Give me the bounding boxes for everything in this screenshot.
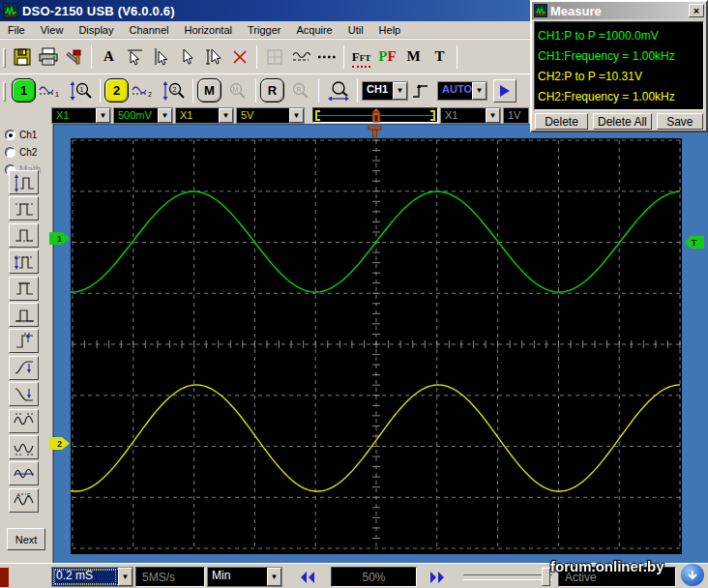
delete-cursor-button[interactable] <box>226 44 252 70</box>
ch2-enable-button[interactable]: 2 <box>104 78 129 103</box>
menu-item-display[interactable]: Display <box>71 22 121 38</box>
measure-btn-frequency[interactable]: AF <box>9 488 39 513</box>
trigger-source-select[interactable]: CH1 ▼ <box>362 81 408 101</box>
math-zoom-button[interactable]: M <box>221 77 251 103</box>
separator <box>100 79 101 103</box>
menu-item-file[interactable]: File <box>0 22 33 38</box>
trigger-mode-value: AUTO <box>438 82 472 100</box>
menu-item-acquire[interactable]: Acquire <box>288 22 339 38</box>
ch1-vzoom-icon: 1 <box>69 81 94 101</box>
cursor-horizontal-button[interactable] <box>122 44 148 70</box>
chevron-down-icon[interactable]: ▼ <box>472 82 487 100</box>
text-tool-button[interactable]: T <box>427 44 453 70</box>
dotted-line-button[interactable] <box>313 44 339 70</box>
separator <box>192 79 193 103</box>
ch2-probe-select[interactable]: X1 ▼ <box>175 107 234 124</box>
menu-item-trigger[interactable]: Trigger <box>240 22 288 38</box>
scroll-left-button[interactable] <box>286 567 329 587</box>
menu-item-view[interactable]: View <box>33 22 72 38</box>
measure-btn-vtop[interactable] <box>9 277 39 301</box>
menu-item-util[interactable]: Util <box>340 22 371 38</box>
grid-button[interactable] <box>261 44 287 70</box>
save-measure-button[interactable]: Save <box>657 113 703 130</box>
chevron-down-icon[interactable]: ▼ <box>96 108 110 123</box>
ch1-probe-select[interactable]: X1 ▼ <box>51 107 111 124</box>
frequency-icon: AF <box>13 489 36 511</box>
math-tool-button[interactable]: M <box>400 44 427 70</box>
trigger-position-marker[interactable] <box>368 126 382 137</box>
trigger-level-label: T <box>692 238 697 248</box>
next-button[interactable]: Next <box>7 528 45 550</box>
math-probe-select[interactable]: X1 ▼ <box>440 107 501 124</box>
ch1-vertical-zoom-button[interactable]: 1 <box>66 77 96 103</box>
ch1-enable-button[interactable]: 1 <box>12 78 36 103</box>
measure-close-button[interactable]: × <box>689 4 704 17</box>
scroll-right-button[interactable] <box>419 567 456 587</box>
chevron-down-icon[interactable]: ▼ <box>158 108 172 123</box>
chevron-down-icon[interactable]: ▼ <box>289 108 304 123</box>
measure-btn-vamp[interactable] <box>9 250 39 274</box>
trigger-mode-select[interactable]: AUTO ▼ <box>437 81 487 101</box>
menu-item-help[interactable]: Help <box>371 22 409 38</box>
math-enable-button[interactable]: M <box>197 78 221 103</box>
delete-all-button[interactable]: Delete All <box>593 113 652 130</box>
chevron-down-icon[interactable]: ▼ <box>393 82 407 100</box>
measure-reading: CH2:Frequency = 1.00kHz <box>538 87 700 107</box>
pf-f-label: F <box>388 48 397 65</box>
ch1-wave-button[interactable]: 1 <box>36 77 66 103</box>
menu-item-horizontal[interactable]: Horizontal <box>176 22 240 38</box>
trigger-position-slider[interactable] <box>312 107 438 123</box>
annotate-button[interactable]: A <box>96 44 122 70</box>
toolbar-grip[interactable] <box>3 82 6 102</box>
acquire-mode-select[interactable]: Min ▼ <box>207 567 282 587</box>
ch2-volts-select[interactable]: 5V ▼ <box>236 107 305 124</box>
menu-item-channel[interactable]: Channel <box>121 22 176 38</box>
chevron-down-icon[interactable]: ▼ <box>486 108 500 123</box>
waveform-display-button[interactable] <box>287 44 313 70</box>
right-bracket-icon <box>430 110 435 121</box>
setup-button[interactable] <box>61 44 87 70</box>
measure-btn-vbase[interactable] <box>9 303 39 327</box>
measure-btn-vmax[interactable] <box>9 196 39 220</box>
channel-radio-ch2[interactable]: Ch2 <box>5 145 52 159</box>
toolbar-grip[interactable] <box>3 48 6 68</box>
h-scroll-slider[interactable] <box>461 567 554 587</box>
measure-btn-neg-width[interactable] <box>9 435 39 459</box>
save-button[interactable] <box>9 44 35 70</box>
measure-btn-overshoot[interactable] <box>9 329 39 353</box>
trigger-position-knob[interactable] <box>370 108 382 123</box>
math-volts-select[interactable]: 1V <box>503 107 529 124</box>
chevron-down-icon[interactable]: ▼ <box>267 568 281 586</box>
measure-btn-mean[interactable] <box>9 461 39 485</box>
overshoot-icon <box>13 331 36 352</box>
measure-btn-fall-time[interactable] <box>9 382 39 406</box>
cursor-track-button[interactable] <box>200 44 226 70</box>
channel-radio-ch1[interactable]: Ch1 <box>5 128 52 141</box>
fall-time-icon <box>13 384 36 405</box>
fft-sub-label: FT <box>360 53 371 63</box>
run-button[interactable] <box>493 79 516 103</box>
slider-thumb[interactable] <box>542 568 550 586</box>
pass-fail-button[interactable]: PF <box>374 44 400 70</box>
ch2-wave-button[interactable]: 2 <box>129 77 159 103</box>
measure-btn-vpp[interactable] <box>9 170 39 194</box>
refresh-button[interactable]: R <box>260 78 284 103</box>
delete-button[interactable]: Delete <box>535 113 588 130</box>
print-button[interactable] <box>35 44 61 70</box>
chevron-down-icon[interactable]: ▼ <box>219 108 233 123</box>
ch1-volts-select[interactable]: 500mV ▼ <box>113 107 173 124</box>
measure-btn-rise-time[interactable] <box>9 356 39 380</box>
horizontal-zoom-button[interactable] <box>323 77 353 103</box>
refresh-zoom-button[interactable]: R <box>284 77 314 103</box>
chevron-down-icon[interactable]: ▼ <box>118 568 133 586</box>
timebase-select[interactable]: 0.2 mS ▼ <box>51 567 133 587</box>
fft-button[interactable]: FFT <box>348 44 374 70</box>
cursor-vertical-button[interactable] <box>148 44 174 70</box>
cursor-arrow-button[interactable] <box>174 44 200 70</box>
measure-btn-pos-width[interactable] <box>9 409 39 433</box>
measure-reading: CH1:Frequency = 1.00kHz <box>538 46 700 67</box>
measure-btn-vmin[interactable] <box>9 223 39 248</box>
ch1-wave-icon: 1 <box>39 82 64 100</box>
trigger-slope-button[interactable] <box>408 77 433 103</box>
ch2-vertical-zoom-button[interactable]: 2 <box>159 77 189 103</box>
